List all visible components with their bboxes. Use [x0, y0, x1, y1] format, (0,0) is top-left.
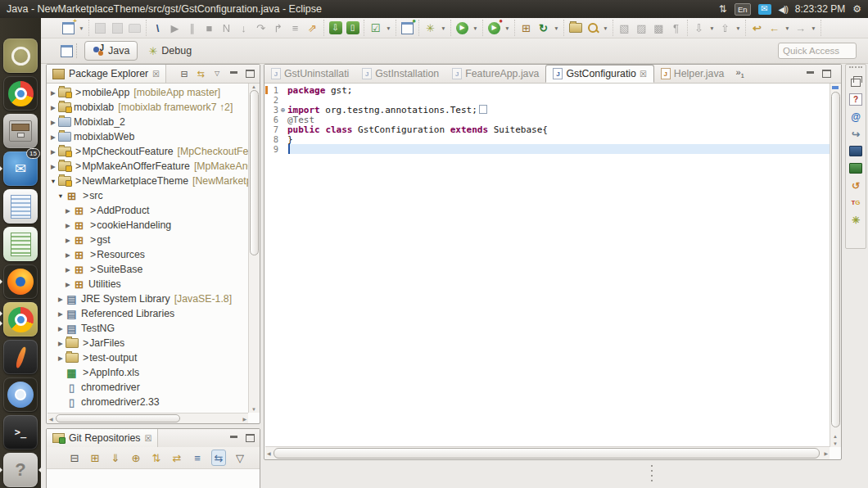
show-paragraphs-button[interactable]: ¶	[668, 20, 684, 36]
package-explorer-tab[interactable]: Package Explorer ☒	[47, 65, 166, 83]
close-icon[interactable]: ☒	[144, 434, 151, 443]
code-line-9[interactable]: 9	[265, 144, 830, 154]
step-over-button[interactable]: ↷	[253, 20, 269, 36]
use-step-filters-button[interactable]: ≡	[287, 20, 303, 36]
volume-icon[interactable]: ◀))	[779, 5, 788, 14]
forward-dropdown[interactable]: ▾	[810, 25, 817, 32]
add-repository-icon[interactable]: ⊞	[88, 450, 102, 465]
new-wizard-button[interactable]: +	[61, 20, 76, 36]
tree-item-testng[interactable]: ▶▤TestNG	[57, 321, 248, 336]
declaration-button[interactable]: ↪	[848, 125, 864, 142]
console-button[interactable]	[848, 142, 864, 160]
tree-item-mobileapp[interactable]: ▶>mobileApp[mobileApp master]	[49, 85, 248, 100]
tree-item-newmarketplacetheme[interactable]: ▼>NewMarketplaceTheme[NewMarketpl.	[49, 174, 248, 188]
collapse-all-icon[interactable]: ⊟	[179, 68, 189, 79]
editor-tab-gstinstallation[interactable]: JGstInstallation	[355, 65, 445, 83]
minimize-icon[interactable]	[228, 432, 238, 444]
expander-icon[interactable]: ▶	[64, 222, 72, 229]
maximize-icon[interactable]	[821, 68, 831, 79]
print-button[interactable]	[127, 20, 142, 36]
link-with-selection-icon[interactable]: ⇆	[211, 450, 226, 466]
drag-handle[interactable]	[849, 66, 862, 71]
chromium[interactable]	[3, 377, 38, 412]
javadoc-button[interactable]: @	[848, 108, 864, 125]
minimize-icon[interactable]	[805, 68, 815, 79]
session-gear-icon[interactable]: ⚙	[852, 3, 861, 15]
suspend-button[interactable]: ∥	[184, 20, 200, 36]
disconnect-button[interactable]: N	[219, 20, 234, 36]
testng-button[interactable]: TG	[848, 194, 864, 211]
maximize-icon[interactable]	[245, 432, 255, 444]
chrome[interactable]	[3, 76, 38, 111]
new-testng-test-dropdown[interactable]: ▾	[385, 25, 392, 32]
save-button[interactable]	[93, 20, 108, 36]
search-dropdown[interactable]: ▾	[602, 25, 609, 32]
chrome-secondary[interactable]	[3, 302, 38, 337]
code-line-8[interactable]: 8}	[265, 134, 830, 144]
tree-item-jre-system-library[interactable]: ▶▤JRE System Library[JavaSE-1.8]	[57, 291, 248, 306]
run-button[interactable]: ▶	[454, 20, 470, 36]
tree-item-test-output[interactable]: ▶>test-output	[57, 350, 248, 365]
editor-tab-helper-java[interactable]: JHelper.java	[654, 65, 731, 83]
status-bar-sash[interactable]	[651, 465, 653, 485]
expander-icon[interactable]: ▶	[64, 251, 72, 259]
libreoffice-calc[interactable]	[3, 227, 38, 261]
minimize-icon[interactable]	[228, 68, 238, 79]
scrollbar-thumb[interactable]	[250, 90, 259, 255]
expander-icon[interactable]: ▶	[64, 266, 72, 273]
tree-item-mobixlab[interactable]: ▶mobixlab[mobixlab framework7 ↑2]	[49, 100, 248, 115]
expander-icon[interactable]: ▶	[49, 104, 57, 111]
collapsed-region-box[interactable]	[479, 105, 487, 114]
file-manager[interactable]	[3, 114, 38, 148]
perspective-java-button[interactable]: J Java	[84, 41, 138, 61]
coverage-dropdown[interactable]: ▾	[504, 25, 511, 32]
debug-button[interactable]: ✳	[423, 20, 438, 36]
close-icon[interactable]: ☒	[152, 70, 160, 79]
tree-item-chromedriver[interactable]: ▯chromedriver	[57, 380, 248, 395]
expander-icon[interactable]: ▶	[57, 310, 65, 318]
editor-tab-gstconfiguratio[interactable]: JGstConfiguratio☒	[545, 65, 653, 83]
libreoffice-writer[interactable]	[3, 189, 38, 224]
next-annotation-button[interactable]: ⇩	[691, 20, 707, 36]
coverage-button[interactable]: ▶●	[486, 20, 502, 36]
restore-views-button[interactable]	[848, 74, 864, 91]
apache[interactable]	[3, 340, 38, 374]
back-dropdown[interactable]: ▾	[784, 25, 791, 32]
scrollbar-thumb[interactable]	[56, 414, 180, 422]
maximize-icon[interactable]	[245, 68, 255, 79]
expander-icon[interactable]: ▶	[57, 296, 65, 303]
externalize-strings-button[interactable]: ▨	[634, 20, 649, 36]
editor-tab-featureapp-java[interactable]: JFeatureApp.java	[445, 65, 545, 83]
link-with-editor-icon[interactable]: ⇆	[196, 68, 206, 79]
step-return-button[interactable]: ↱	[270, 20, 286, 36]
tree-item-suitebase[interactable]: ▶⊞>SuiteBase	[64, 262, 248, 277]
tree-item-appinfo-xls[interactable]: ▦>AppInfo.xls	[57, 365, 248, 380]
tree-item-jarfiles[interactable]: ▶>JarFiles	[57, 336, 248, 350]
perspective-debug-button[interactable]: ✳ Debug	[141, 42, 199, 60]
mark-occurrences-button[interactable]: ▧	[617, 20, 632, 36]
quick-access-input[interactable]	[778, 43, 857, 59]
new-testng-test-button[interactable]: ☑	[368, 20, 383, 36]
expander-icon[interactable]: ▶	[57, 340, 65, 347]
search-button[interactable]	[585, 20, 600, 36]
terminate-button[interactable]: ■	[201, 20, 217, 36]
display-button[interactable]	[848, 160, 864, 177]
tree-item-chromedriver2-33[interactable]: ▯chromedriver2.33	[57, 395, 248, 409]
expander-icon[interactable]: ▶	[64, 237, 72, 244]
firefox[interactable]	[3, 264, 38, 299]
tree-horizontal-scrollbar[interactable]: ◀ ▶	[47, 413, 248, 423]
eclipse-unknown[interactable]: ?	[3, 453, 38, 487]
new-wizard-class-button[interactable]: ●	[400, 20, 415, 36]
open-resource-button[interactable]	[567, 20, 583, 36]
editor-horizontal-scrollbar[interactable]: ◀ ▶	[265, 446, 830, 459]
scrollbar-thumb[interactable]	[831, 92, 840, 427]
skip-all-breakpoints-button[interactable]: \	[150, 20, 165, 36]
mail-icon[interactable]: ✉	[758, 4, 771, 15]
back-button[interactable]: ←	[766, 20, 782, 36]
expander-icon[interactable]: ▶	[57, 355, 65, 362]
code-line-3[interactable]: 3⊕import org.testng.annotations.Test;	[265, 105, 830, 115]
code-editor[interactable]: 1package gst;23⊕import org.testng.annota…	[265, 84, 830, 447]
tree-item-src[interactable]: ▼⊞>src	[57, 188, 248, 203]
expander-icon[interactable]: ▶	[64, 281, 72, 288]
fold-marker-icon[interactable]: ⊕	[278, 106, 287, 114]
